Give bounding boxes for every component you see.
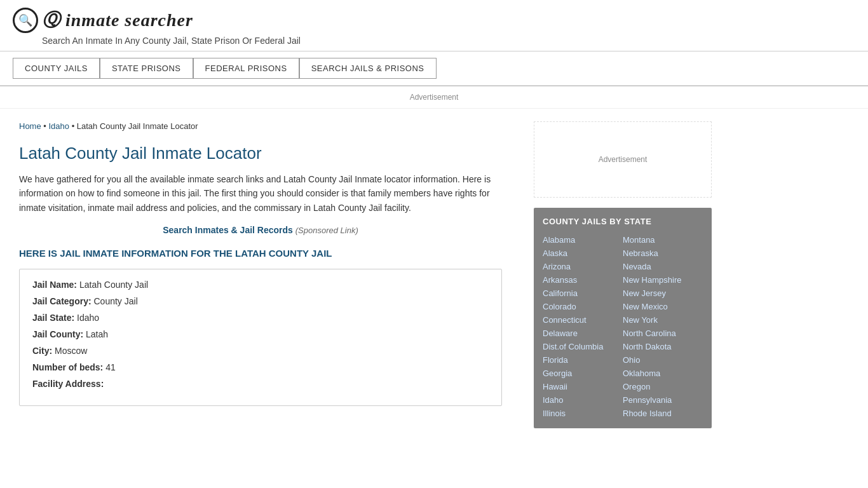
state-link[interactable]: Rhode Island xyxy=(623,407,703,419)
sponsored-note: (Sponsored Link) xyxy=(295,226,358,235)
jail-name-value: Latah County Jail xyxy=(79,280,148,290)
jail-beds-value: 41 xyxy=(105,362,116,372)
state-link[interactable]: Arkansas xyxy=(543,274,623,286)
jail-address-label: Facility Address: xyxy=(32,379,104,389)
jail-county-value: Latah xyxy=(86,329,108,339)
state-box-title: COUNTY JAILS BY STATE xyxy=(543,217,703,226)
state-link[interactable]: Delaware xyxy=(543,327,623,339)
header: 🔍 Ⓠ inmate searcher Search An Inmate In … xyxy=(0,0,868,51)
jail-beds-row: Number of beds: 41 xyxy=(32,362,489,372)
state-link[interactable]: Alaska xyxy=(543,247,623,259)
jail-state-value: Idaho xyxy=(77,313,99,323)
jail-state-label: Jail State: xyxy=(32,313,74,323)
state-link[interactable]: New Mexico xyxy=(623,301,703,313)
state-link[interactable]: Arizona xyxy=(543,261,623,273)
ad-sidebar: Advertisement xyxy=(534,121,712,198)
jail-county-label: Jail County: xyxy=(32,329,83,339)
logo-icon: 🔍 xyxy=(13,8,38,33)
state-link[interactable]: North Dakota xyxy=(623,341,703,353)
jail-county-row: Jail County: Latah xyxy=(32,329,489,339)
nav-county-jails[interactable]: COUNTY JAILS xyxy=(13,58,100,79)
content-area: Home • Idaho • Latah County Jail Inmate … xyxy=(0,109,521,441)
state-link[interactable]: Alabama xyxy=(543,234,623,246)
breadcrumb-state[interactable]: Idaho xyxy=(48,121,69,131)
state-link[interactable]: Oregon xyxy=(623,381,703,393)
ad-banner: Advertisement xyxy=(0,86,868,109)
state-link[interactable]: Pennsylvania xyxy=(623,394,703,406)
state-col-right: MontanaNebraskaNevadaNew HampshireNew Je… xyxy=(623,234,703,419)
jail-beds-label: Number of beds: xyxy=(32,362,103,372)
jail-name-row: Jail Name: Latah County Jail xyxy=(32,280,489,290)
logo-text: Ⓠ inmate searcher xyxy=(42,8,193,32)
state-link[interactable]: Idaho xyxy=(543,394,623,406)
state-link[interactable]: Hawaii xyxy=(543,381,623,393)
state-link[interactable]: California xyxy=(543,287,623,299)
state-link[interactable]: Dist.of Columbia xyxy=(543,341,623,353)
state-link[interactable]: Nevada xyxy=(623,261,703,273)
state-link[interactable]: Ohio xyxy=(623,354,703,366)
state-link[interactable]: Montana xyxy=(623,234,703,246)
state-link[interactable]: Florida xyxy=(543,354,623,366)
state-box: COUNTY JAILS BY STATE AlabamaAlaskaArizo… xyxy=(534,208,712,428)
state-link[interactable]: New Hampshire xyxy=(623,274,703,286)
state-link[interactable]: Connecticut xyxy=(543,314,623,326)
sponsored-link[interactable]: Search Inmates & Jail Records xyxy=(163,225,293,235)
state-col-left: AlabamaAlaskaArizonaArkansasCaliforniaCo… xyxy=(543,234,623,419)
jail-category-value: County Jail xyxy=(93,296,137,306)
state-link[interactable]: Colorado xyxy=(543,301,623,313)
page-title: Latah County Jail Inmate Locator xyxy=(19,144,502,163)
jail-city-label: City: xyxy=(32,346,52,356)
jail-state-row: Jail State: Idaho xyxy=(32,313,489,323)
nav-federal-prisons[interactable]: FEDERAL PRISONS xyxy=(193,58,299,79)
info-heading: HERE IS JAIL INMATE INFORMATION FOR THE … xyxy=(19,248,502,259)
jail-name-label: Jail Name: xyxy=(32,280,77,290)
state-link[interactable]: New York xyxy=(623,314,703,326)
breadcrumb-home[interactable]: Home xyxy=(19,121,41,131)
jail-info-box: Jail Name: Latah County Jail Jail Catego… xyxy=(19,269,502,406)
jail-category-row: Jail Category: County Jail xyxy=(32,296,489,306)
nav-search-jails[interactable]: SEARCH JAILS & PRISONS xyxy=(299,58,437,79)
logo-text-span: Ⓠ inmate searcher xyxy=(42,10,193,30)
nav-state-prisons[interactable]: STATE PRISONS xyxy=(100,58,193,79)
jail-address-row: Facility Address: xyxy=(32,379,489,389)
state-link[interactable]: North Carolina xyxy=(623,327,703,339)
description: We have gathered for you all the availab… xyxy=(19,172,502,215)
state-link[interactable]: New Jersey xyxy=(623,287,703,299)
nav: COUNTY JAILS STATE PRISONS FEDERAL PRISO… xyxy=(0,51,868,86)
tagline: Search An Inmate In Any County Jail, Sta… xyxy=(42,36,855,46)
breadcrumb-current: Latah County Jail Inmate Locator xyxy=(77,121,198,131)
state-link[interactable]: Nebraska xyxy=(623,247,703,259)
logo-area: 🔍 Ⓠ inmate searcher xyxy=(13,8,855,33)
main-layout: Home • Idaho • Latah County Jail Inmate … xyxy=(0,109,868,441)
sidebar: Advertisement COUNTY JAILS BY STATE Alab… xyxy=(521,109,718,441)
state-link[interactable]: Illinois xyxy=(543,407,623,419)
sponsored-link-area: Search Inmates & Jail Records (Sponsored… xyxy=(19,225,502,235)
breadcrumb: Home • Idaho • Latah County Jail Inmate … xyxy=(19,121,502,131)
state-link[interactable]: Oklahoma xyxy=(623,367,703,379)
jail-category-label: Jail Category: xyxy=(32,296,92,306)
state-link[interactable]: Georgia xyxy=(543,367,623,379)
jail-city-row: City: Moscow xyxy=(32,346,489,356)
state-columns: AlabamaAlaskaArizonaArkansasCaliforniaCo… xyxy=(543,234,703,419)
jail-city-value: Moscow xyxy=(55,346,87,356)
